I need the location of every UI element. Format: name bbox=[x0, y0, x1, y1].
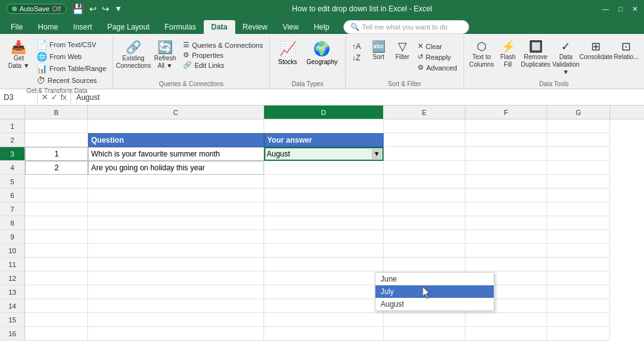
cell-f1[interactable] bbox=[465, 119, 547, 133]
cell-f7[interactable] bbox=[465, 202, 547, 216]
tab-formulas[interactable]: Formulas bbox=[157, 20, 204, 34]
cell-d10[interactable] bbox=[264, 244, 384, 258]
cell-e9[interactable] bbox=[384, 230, 465, 244]
row-header-8[interactable]: 8 bbox=[0, 216, 25, 230]
cell-e1[interactable] bbox=[384, 119, 465, 133]
cell-e4[interactable] bbox=[384, 161, 465, 175]
close-button[interactable]: ✕ bbox=[632, 5, 638, 13]
cell-b16[interactable] bbox=[25, 327, 88, 341]
cell-d8[interactable] bbox=[264, 216, 384, 230]
cell-d14[interactable] bbox=[264, 299, 384, 313]
cell-g1[interactable] bbox=[547, 119, 610, 133]
from-text-csv-button[interactable]: 📄 From Text/CSV bbox=[34, 39, 109, 50]
cell-f11[interactable] bbox=[465, 258, 547, 272]
tab-help[interactable]: Help bbox=[306, 20, 337, 34]
cell-e16[interactable] bbox=[384, 327, 465, 341]
cell-c16[interactable] bbox=[88, 327, 264, 341]
col-header-c[interactable]: C bbox=[88, 106, 264, 119]
cell-c9[interactable] bbox=[88, 230, 264, 244]
recent-sources-button[interactable]: ⏱ Recent Sources bbox=[34, 75, 109, 86]
cell-c7[interactable] bbox=[88, 202, 264, 216]
tab-home[interactable]: Home bbox=[30, 20, 65, 34]
filter-button[interactable]: ▽ Filter bbox=[391, 39, 414, 63]
clear-button[interactable]: ✕ Clear bbox=[415, 41, 460, 51]
data-validation-button[interactable]: ✓ DataValidation ▼ bbox=[552, 39, 580, 78]
tab-file[interactable]: File bbox=[3, 20, 30, 34]
dropdown-item-august[interactable]: August bbox=[375, 298, 494, 310]
cell-e10[interactable] bbox=[384, 244, 465, 258]
existing-connections-button[interactable]: 🔗 ExistingConnections bbox=[117, 39, 150, 72]
from-web-button[interactable]: 🌐 From Web bbox=[34, 51, 109, 62]
cell-e6[interactable] bbox=[384, 189, 465, 202]
insert-function-icon[interactable]: fx bbox=[60, 92, 67, 102]
row-header-15[interactable]: 15 bbox=[0, 313, 25, 327]
cell-b4[interactable]: 2 bbox=[25, 161, 88, 175]
cell-d15[interactable] bbox=[264, 313, 384, 327]
cell-b5[interactable] bbox=[25, 175, 88, 189]
cell-c2-question[interactable]: Question bbox=[88, 133, 264, 147]
cell-b6[interactable] bbox=[25, 189, 88, 202]
cell-d16[interactable] bbox=[264, 327, 384, 341]
cell-e7[interactable] bbox=[384, 202, 465, 216]
cell-g14[interactable] bbox=[547, 299, 610, 313]
row-header-13[interactable]: 13 bbox=[0, 285, 25, 299]
minimize-button[interactable]: — bbox=[602, 5, 609, 13]
cell-g9[interactable] bbox=[547, 230, 610, 244]
cell-b2[interactable] bbox=[25, 133, 88, 147]
edit-links-button[interactable]: 🔗 Edit Links bbox=[180, 60, 265, 70]
cell-f15[interactable] bbox=[465, 313, 547, 327]
row-header-16[interactable]: 16 bbox=[0, 327, 25, 341]
cancel-formula-icon[interactable]: ✕ bbox=[42, 92, 48, 102]
cell-f5[interactable] bbox=[465, 175, 547, 189]
cell-b12[interactable] bbox=[25, 272, 88, 285]
cell-d1[interactable] bbox=[264, 119, 384, 133]
cell-f6[interactable] bbox=[465, 189, 547, 202]
relationships-button[interactable]: ⊡ Relatio... bbox=[613, 39, 640, 63]
cell-b1[interactable] bbox=[25, 119, 88, 133]
row-header-5[interactable]: 5 bbox=[0, 175, 25, 189]
row-header-14[interactable]: 14 bbox=[0, 299, 25, 313]
cell-g3[interactable] bbox=[547, 147, 610, 161]
cell-e5[interactable] bbox=[384, 175, 465, 189]
cell-e15[interactable] bbox=[384, 313, 465, 327]
cell-b13[interactable] bbox=[25, 285, 88, 299]
cell-g12[interactable] bbox=[547, 272, 610, 285]
cell-b7[interactable] bbox=[25, 202, 88, 216]
confirm-formula-icon[interactable]: ✓ bbox=[51, 92, 58, 102]
stocks-button[interactable]: 📈 Stocks bbox=[274, 39, 301, 67]
row-header-9[interactable]: 9 bbox=[0, 230, 25, 244]
text-to-columns-button[interactable]: ⬡ Text toColumns bbox=[468, 39, 496, 70]
row-header-2[interactable]: 2 bbox=[0, 133, 25, 147]
col-header-e[interactable]: E bbox=[384, 106, 465, 119]
cell-g5[interactable] bbox=[547, 175, 610, 189]
cell-c12[interactable] bbox=[88, 272, 264, 285]
cell-g15[interactable] bbox=[547, 313, 610, 327]
quick-access-redo[interactable]: ↪ bbox=[102, 4, 109, 14]
cell-g11[interactable] bbox=[547, 258, 610, 272]
col-header-f[interactable]: F bbox=[465, 106, 547, 119]
cell-f2[interactable] bbox=[465, 133, 547, 147]
quick-access-more[interactable]: ▼ bbox=[114, 4, 122, 13]
row-header-6[interactable]: 6 bbox=[0, 189, 25, 202]
col-header-b[interactable]: B bbox=[25, 106, 88, 119]
sort-desc-button[interactable]: ↓Z bbox=[350, 53, 366, 63]
quick-access-save[interactable]: 💾 bbox=[72, 3, 84, 15]
flash-fill-button[interactable]: ⚡ FlashFill bbox=[497, 39, 519, 70]
cell-c13[interactable] bbox=[88, 285, 264, 299]
cell-g10[interactable] bbox=[547, 244, 610, 258]
cell-d2-answer[interactable]: Your answer bbox=[264, 133, 384, 147]
cell-b3[interactable]: 1 bbox=[25, 147, 88, 161]
col-header-d[interactable]: D bbox=[264, 106, 384, 119]
refresh-all-button[interactable]: 🔄 RefreshAll ▼ bbox=[151, 39, 179, 72]
window-controls[interactable]: — □ ✕ bbox=[602, 5, 638, 13]
cell-c5[interactable] bbox=[88, 175, 264, 189]
dropdown-item-june[interactable]: June bbox=[375, 273, 494, 285]
cell-c1[interactable] bbox=[88, 119, 264, 133]
cell-g16[interactable] bbox=[547, 327, 610, 341]
cell-f9[interactable] bbox=[465, 230, 547, 244]
cell-c8[interactable] bbox=[88, 216, 264, 230]
reapply-button[interactable]: ↺ Reapply bbox=[415, 52, 460, 62]
cell-g4[interactable] bbox=[547, 161, 610, 175]
tab-review[interactable]: Review bbox=[235, 20, 275, 34]
cell-b8[interactable] bbox=[25, 216, 88, 230]
